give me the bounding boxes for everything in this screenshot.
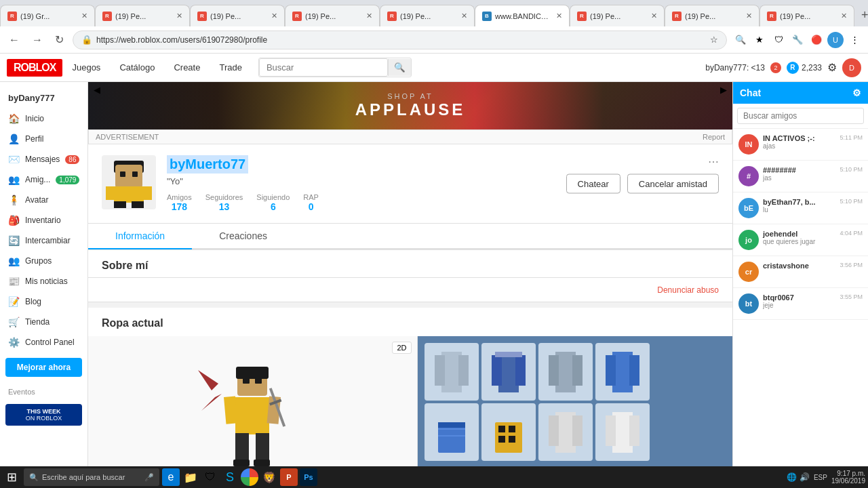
tab-1[interactable]: R (19) Gr... ✕ (0, 5, 95, 26)
tab-8[interactable]: R (19) Pe... ✕ (665, 5, 760, 26)
sidebar-item-grupos[interactable]: 👥 Grupos (0, 251, 87, 271)
tab-1-close[interactable]: ✕ (81, 12, 87, 20)
taskbar-search[interactable]: 🔍 Escribe aquí para buscar 🎤 (24, 468, 159, 486)
clothing-item-5[interactable] (425, 403, 479, 461)
forward-button[interactable]: → (28, 32, 46, 48)
nav-juegos[interactable]: Juegos (62, 54, 110, 82)
tab-4[interactable]: R (19) Pe... ✕ (285, 5, 380, 26)
sidebar-item-avatar[interactable]: 🧍 Avatar (0, 190, 87, 210)
refresh-button[interactable]: ↻ (52, 31, 67, 48)
taskbar-antivirus-icon[interactable]: 🛡 (201, 468, 219, 486)
notification-badge[interactable]: 2 (770, 62, 781, 73)
sidebar-item-intercambiar[interactable]: 🔄 Intercambiar (0, 230, 87, 251)
chat-item-0[interactable]: IN IN ACTIVOS ;-: ajas 5:11 PM (733, 129, 868, 161)
clothing-grid (418, 336, 733, 468)
sidebar-item-amigos[interactable]: 👥 Amig... 1,079 (0, 169, 87, 190)
sidebar-item-controlpanel[interactable]: ⚙️ Control Panel (0, 332, 87, 352)
report-link[interactable]: Report (703, 133, 725, 141)
clothing-item-7[interactable] (538, 403, 593, 461)
back-button[interactable]: ← (5, 32, 23, 48)
tab-9[interactable]: R (19) Pe... ✕ (760, 5, 854, 26)
tab-7-close[interactable]: ✕ (651, 12, 657, 20)
more-options-button[interactable]: ⋯ (708, 155, 719, 168)
chat-item-2[interactable]: bE byEthan77, b... lu 5:10 PM (733, 192, 868, 224)
time-display: 9:17 p.m. (831, 470, 865, 477)
clothing-item-1[interactable] (425, 343, 479, 401)
settings-icon[interactable]: ⚙ (827, 61, 837, 74)
search-button[interactable]: 🔍 (388, 59, 411, 76)
menu-button[interactable]: ⋮ (846, 32, 863, 48)
tab-creaciones[interactable]: Creaciones (192, 224, 294, 249)
chat-item-3[interactable]: jo joehendel que quieres jugar 4:04 PM (733, 224, 868, 256)
sidebar-item-noticias[interactable]: 📰 Mis noticias (0, 271, 87, 291)
chat-button[interactable]: Chatear (566, 174, 620, 194)
tab-3[interactable]: R (19) Pe... ✕ (190, 5, 285, 26)
report-abuse-link[interactable]: Denunciar abuso (657, 285, 719, 295)
profile-icon[interactable]: U (827, 32, 844, 48)
tab-2[interactable]: R (19) Pe... ✕ (95, 5, 190, 26)
chat-search-input[interactable] (737, 108, 864, 124)
nav-trade[interactable]: Trade (210, 54, 251, 82)
taskbar-time: 9:17 p.m. 19/06/2019 (831, 470, 865, 485)
clothing-item-6[interactable] (481, 403, 536, 461)
chat-item-5[interactable]: bt btqr0067 jeje 3:55 PM (733, 288, 868, 320)
nav-catalogo[interactable]: Catálogo (110, 54, 164, 82)
taskbar-explorer-icon[interactable]: 📁 (182, 468, 199, 486)
sidebar-item-perfil[interactable]: 👤 Perfil (0, 129, 87, 149)
clothing-item-4[interactable] (595, 343, 650, 401)
taskbar-skype-icon[interactable]: S (221, 468, 239, 486)
clothing-item-2[interactable] (481, 343, 536, 401)
tab-5[interactable]: R (19) Pe... ✕ (380, 5, 475, 26)
start-button[interactable]: ⊞ (3, 468, 21, 486)
extension-icon-3[interactable]: 🔴 (808, 32, 825, 48)
svg-rect-13 (255, 377, 262, 384)
ad-nav-left[interactable]: ◀ (94, 85, 100, 95)
sidebar-item-inventario[interactable]: 🎒 Inventario (0, 210, 87, 230)
upgrade-button[interactable]: Mejorar ahora (5, 358, 82, 377)
chat-item-4[interactable]: cr cristavshone 3:56 PM (733, 256, 868, 288)
tab-7[interactable]: R (19) Pe... ✕ (570, 5, 665, 26)
tab-6-close[interactable]: ✕ (556, 12, 562, 20)
taskbar-brave-icon[interactable]: 🦁 (260, 468, 278, 486)
ad-nav-right[interactable]: ▶ (720, 85, 727, 95)
tab-6[interactable]: B www.BANDICAM.com ✕ (475, 5, 570, 26)
chat-item-1[interactable]: # ######## jas 5:10 PM (733, 161, 868, 192)
new-tab-button[interactable]: + (854, 4, 868, 26)
tab-8-close[interactable]: ✕ (746, 12, 752, 20)
extension-icon-2[interactable]: 🔧 (789, 32, 806, 48)
clothing-item-8[interactable] (595, 403, 650, 461)
sidebar-item-inicio[interactable]: 🏠 Inicio (0, 108, 87, 129)
tab-5-close[interactable]: ✕ (461, 12, 467, 20)
taskbar-edge-icon[interactable]: e (162, 468, 180, 486)
tab-informacion[interactable]: Información (88, 224, 192, 249)
chat-gear-icon[interactable]: ⚙ (852, 87, 861, 98)
tab-4-close[interactable]: ✕ (366, 12, 372, 20)
stat-amigos: Amigos 178 (167, 193, 192, 212)
taskbar-photoshop-icon[interactable]: Ps (300, 468, 317, 486)
search-input[interactable] (259, 58, 388, 77)
tab-2-close[interactable]: ✕ (176, 12, 182, 20)
bookmark-icon[interactable]: ★ (751, 32, 768, 48)
network-icon[interactable]: 🌐 (787, 472, 797, 482)
taskbar-powerpoint-icon[interactable]: P (280, 468, 298, 486)
tab-3-close[interactable]: ✕ (271, 12, 277, 20)
user-avatar-icon[interactable]: D (842, 58, 861, 77)
extension-icon-1[interactable]: 🛡 (770, 32, 787, 48)
tab-9-close[interactable]: ✕ (841, 12, 847, 20)
unfriend-button[interactable]: Cancelar amistad (627, 174, 719, 194)
clothing-item-3[interactable] (538, 343, 593, 401)
2d-badge[interactable]: 2D (392, 342, 411, 354)
character-view: 2D (88, 336, 418, 485)
this-week-event[interactable]: THIS WEEK ON ROBLOX (5, 404, 82, 426)
sidebar-item-mensajes[interactable]: ✉️ Mensajes 86 (0, 149, 87, 169)
taskbar-chrome-icon[interactable] (241, 468, 258, 486)
address-bar[interactable]: 🔒 https://web.roblox.com/users/619072980… (73, 30, 727, 49)
sidebar-item-tienda[interactable]: 🛒 Tienda (0, 312, 87, 332)
microphone-icon[interactable]: 🎤 (144, 473, 154, 482)
roblox-logo[interactable]: ROBLOX (7, 59, 62, 77)
sidebar-item-blog[interactable]: 📝 Blog (0, 291, 87, 312)
nav-create[interactable]: Create (164, 54, 210, 82)
volume-icon[interactable]: 🔊 (800, 472, 810, 482)
star-icon[interactable]: ☆ (710, 35, 718, 45)
search-icon[interactable]: 🔍 (732, 32, 749, 48)
